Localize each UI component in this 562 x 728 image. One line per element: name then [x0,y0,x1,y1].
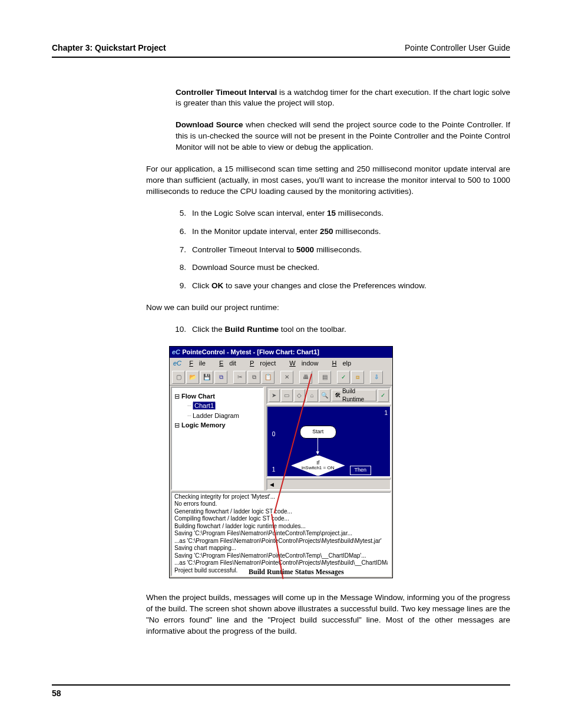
tree-label[interactable]: Logic Memory [181,421,226,429]
build-runtime-button[interactable]: 🛠 Build Runtime [332,390,376,401]
output-line: Checking integrity for project 'Mytest'.… [174,493,388,501]
check-icon[interactable]: ✓ [378,389,389,402]
page-number: 58 [52,684,510,700]
step-bold: 15 [327,209,336,218]
document-page: Chapter 3: Quickstart Project Pointe Con… [0,0,562,723]
menubar: eC File Edit Project Window Help [170,358,392,369]
step-item: 6.In the Monitor update interval, enter … [170,226,510,238]
step-item: 5.In the Logic Solve scan interval, ente… [170,208,510,219]
home-icon[interactable]: ⌂ [306,389,318,402]
step-pre: Click [192,281,211,290]
menu-edit[interactable]: Edit [219,360,242,367]
step-bold: 250 [320,227,333,236]
zoom-icon[interactable]: 🔍 [319,389,330,402]
cut-icon[interactable]: ✂ [233,371,246,384]
workarea: Flow Chart Chart1 Ladder Diagram Logic M… [170,385,392,492]
steps-list-1: 5.In the Logic Solve scan interval, ente… [170,208,510,292]
pointer-icon[interactable]: ➤ [269,389,280,402]
copy-icon[interactable]: ⧉ [247,371,260,384]
step-text: In the Logic Solve scan interval, enter … [192,208,510,219]
step-text: Click OK to save your changes and close … [192,281,510,292]
save-icon[interactable]: 💾 [200,371,213,384]
flow-then-label: Then [350,466,371,475]
app-logo-small: eC [173,360,181,367]
step-text: Click the Build Runtime tool on the tool… [192,324,510,335]
node-icon[interactable]: ▭ [281,389,292,402]
flow-decision-node[interactable]: If inSwitch1 = ON [291,455,345,476]
scroll-left-icon[interactable]: ◀ [267,482,274,487]
output-line: No errors found. [174,500,388,508]
tree-flowchart-root: Flow Chart [174,391,260,401]
step-text: Controller Timeout Interval to 5000 mill… [192,245,510,256]
flow-start-node[interactable]: Start [300,426,336,439]
step-item: 9.Click OK to save your changes and clos… [170,281,510,292]
step-text: Download Source must be checked. [192,262,510,274]
step-number: 6. [170,226,192,238]
step-number: 5. [170,208,192,219]
toolbar-main: ▢ 📂 💾 ⧉ ✂ ⧉ 📋 ✕ 🖶 ▤ ✓ ⧈ ⇩ [170,370,392,385]
download-icon[interactable]: ⇩ [370,371,383,384]
output-line: Saving 'C:\Program Files\Nematron\Pointe… [174,552,388,560]
row-0-marker: 0 [272,430,276,439]
output-line: Building flowchart / ladder logic runtim… [174,523,388,531]
horizontal-scrollbar[interactable]: ◀ [266,479,391,490]
chart-toolbar: ➤ ▭ ◇ ⌂ 🔍 🛠 Build Runtime ✓ [266,387,391,404]
window-title: PointeControl - Mytest - [Flow Chart: Ch… [182,348,319,355]
new-icon[interactable]: ▢ [172,371,185,384]
tree-label[interactable]: Flow Chart [181,393,215,400]
step-pre: In the Monitor update interval, enter [192,227,320,236]
output-line: ...as 'C:\Program Files\Nematron\PointeC… [174,538,388,545]
step-pre: Click the [192,325,225,334]
step-item: 10. Click the Build Runtime tool on the … [170,324,510,335]
page-header: Chapter 3: Quickstart Project Pointe Con… [52,42,510,58]
step-post: milliseconds. [333,227,381,236]
tree-item-ladder[interactable]: Ladder Diagram [174,411,260,421]
paragraph-build-result: When the project builds, messages will c… [146,592,510,637]
step-bold: 5000 [296,245,314,254]
step-item: 7.Controller Timeout Interval to 5000 mi… [170,245,510,256]
app-logo: eC [172,348,180,355]
step-item: 8.Download Source must be checked. [170,262,510,274]
figure-screenshot: eC PointeControl - Mytest - [Flow Chart:… [169,346,393,578]
step-post: milliseconds. [314,245,362,254]
step-post: milliseconds. [336,209,384,218]
step-bold: Build Runtime [225,325,279,334]
col-marker: 1 [384,409,388,417]
step-post: to save your changes and close the Prefe… [223,281,426,290]
paragraph-app-settings: For our application, a 15 millisecond sc… [146,164,510,197]
chapter-title: Chapter 3: Quickstart Project [52,42,166,54]
step-number: 9. [170,281,192,292]
paste-icon[interactable]: 📋 [262,371,275,384]
flowchart-canvas[interactable]: 1 0 1 Start ▼ If inSwitch1 = ON Then [266,406,391,477]
hammer-icon: 🛠 [335,391,340,400]
menu-window[interactable]: Window [289,360,324,367]
menu-help[interactable]: Help [332,360,357,367]
step-pre: Download Source must be checked. [192,263,319,272]
output-line: Compiling flowchart / ladder logic ST co… [174,515,388,523]
flow-condition: inSwitch1 = ON [302,466,334,470]
app-window: eC PointeControl - Mytest - [Flow Chart:… [169,346,393,578]
properties-icon[interactable]: ▤ [318,371,331,384]
row-1-marker: 1 [272,466,276,474]
menu-project[interactable]: Project [250,360,282,367]
step-pre: In the Logic Solve scan interval, enter [192,209,327,218]
step-number: 8. [170,262,192,274]
definition-ds: Download Source when checked will send t… [176,120,510,153]
delete-icon[interactable]: ✕ [280,371,293,384]
tree-label-selected: Chart1 [193,401,216,410]
menu-file[interactable]: File [189,360,211,367]
open-icon[interactable]: 📂 [186,371,199,384]
validate-icon[interactable]: ✓ [337,371,350,384]
save-all-icon[interactable]: ⧉ [214,371,227,384]
step-bold: OK [211,281,223,290]
step-number: 10. [170,324,192,335]
output-line: Saving chart mapping... [174,545,388,552]
build-icon[interactable]: ⧈ [351,371,364,384]
step-number: 7. [170,245,192,256]
project-tree[interactable]: Flow Chart Chart1 Ladder Diagram Logic M… [171,387,264,490]
tree-logicmemory-root: Logic Memory [174,420,260,430]
window-titlebar: eC PointeControl - Mytest - [Flow Chart:… [170,347,392,358]
tree-item-chart1[interactable]: Chart1 [174,401,260,411]
paragraph-now-build: Now we can build our project runtime: [146,302,510,314]
build-runtime-label: Build Runtime [342,387,373,404]
